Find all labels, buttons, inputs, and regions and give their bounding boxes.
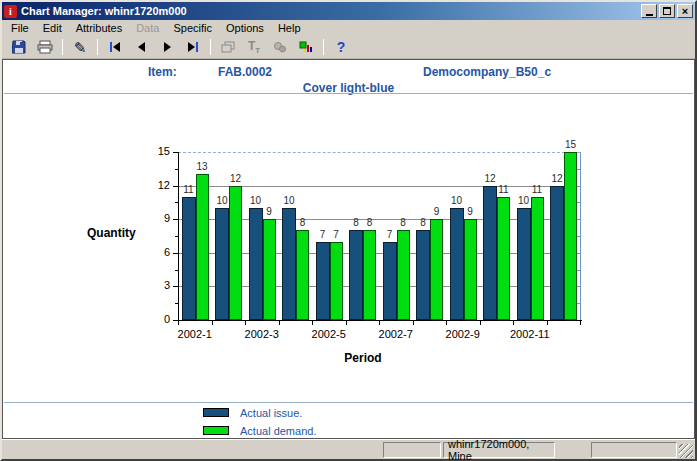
window-title: Chart Manager: whinr1720m000 (21, 5, 641, 17)
menu-attributes[interactable]: Attributes (69, 21, 129, 35)
y-tick-label-0: 0 (144, 313, 170, 325)
close-icon: × (682, 6, 688, 16)
x-tick (513, 321, 514, 325)
header-separator (4, 93, 693, 94)
maximize-button[interactable] (659, 4, 675, 18)
x-tick (312, 321, 313, 325)
toolbar-separator (62, 39, 63, 55)
item-label: Item: (148, 65, 177, 79)
objects-button (267, 37, 293, 57)
x-tick-label-2002-1: 2002-1 (165, 328, 225, 340)
y-minor-tick-right (577, 270, 580, 271)
last-record-button[interactable] (180, 37, 206, 57)
x-tick (547, 321, 548, 325)
x-tick-label-2002-9: 2002-9 (433, 328, 493, 340)
y-minor-tick-right (577, 169, 580, 170)
value-label-2002-3-s0: 10 (245, 195, 267, 206)
bar-2002-5-s0 (316, 242, 330, 320)
window-controls: × (641, 4, 693, 18)
previous-record-button[interactable] (128, 37, 154, 57)
legend-swatch-actual-issue (203, 408, 229, 417)
menu-data: Data (129, 21, 166, 35)
y-minor-tick-right (577, 236, 580, 237)
bar-2002-4-s1 (296, 230, 309, 320)
menu-help[interactable]: Help (271, 21, 308, 35)
cascade-windows-icon (221, 41, 236, 53)
help-icon: ? (337, 39, 346, 55)
x-tick (446, 321, 447, 325)
status-panel-3 (591, 442, 677, 458)
bar-2002-8-s0 (416, 230, 430, 320)
menu-options[interactable]: Options (219, 21, 271, 35)
bar-2002-9-s0 (450, 208, 464, 320)
menu-bar: File Edit Attributes Data Specific Optio… (2, 20, 695, 36)
edit-pencil-button[interactable]: ✎ (67, 37, 93, 57)
next-record-button[interactable] (154, 37, 180, 57)
legend-separator (4, 402, 693, 403)
company-name: Democompany_B50_c (423, 65, 551, 79)
bar-2002-6-s0 (349, 230, 363, 320)
bar-2002-3-s0 (249, 208, 263, 320)
title-bar[interactable]: i Chart Manager: whinr1720m000 × (2, 2, 695, 20)
bar-2002-8-s1 (430, 219, 443, 320)
close-button[interactable]: × (677, 4, 693, 18)
last-record-icon (188, 42, 198, 52)
x-tick (480, 321, 481, 325)
value-label-2002-5-s1: 7 (325, 229, 347, 240)
x-tick (178, 321, 179, 325)
x-tick-label-2002-5: 2002-5 (299, 328, 359, 340)
y-axis-title: Quantity (87, 226, 136, 240)
minimize-button[interactable] (641, 4, 657, 18)
x-tick (346, 321, 347, 325)
y-tick-label-6: 6 (144, 246, 170, 258)
print-button[interactable] (32, 37, 58, 57)
y-minor-tick-right (577, 202, 580, 203)
bar-2002-12-s1 (564, 152, 577, 320)
app-icon[interactable]: i (4, 5, 17, 18)
bar-2002-6-s1 (363, 230, 376, 320)
legend-swatch-actual-demand (203, 426, 229, 435)
value-label-2002-12-s1: 15 (560, 139, 582, 150)
x-axis-title: Period (333, 351, 393, 365)
y-axis-line (178, 152, 179, 321)
status-bar: whinr1720m000, Mine (2, 439, 695, 459)
chart-canvas: Item: FAB.0002 Democompany_B50_c Cover l… (2, 59, 695, 439)
text-attributes-button: TT (241, 37, 267, 57)
x-tick (245, 321, 246, 325)
value-label-2002-8-s1: 9 (426, 206, 448, 217)
toolbar: ✎ TT ? (2, 36, 695, 59)
print-icon (37, 40, 53, 54)
item-code: FAB.0002 (218, 65, 272, 79)
save-button[interactable] (6, 37, 32, 57)
help-button[interactable]: ? (328, 37, 354, 57)
menu-edit[interactable]: Edit (36, 21, 69, 35)
cascade-windows-button (215, 37, 241, 57)
x-tick (212, 321, 213, 325)
objects-icon (273, 42, 287, 53)
previous-record-icon (138, 42, 145, 52)
pencil-icon: ✎ (74, 40, 87, 55)
x-tick-label-2002-3: 2002-3 (232, 328, 292, 340)
value-label-2002-10-s0: 12 (479, 173, 501, 184)
bar-2002-9-s1 (464, 219, 477, 320)
x-tick (279, 321, 280, 325)
bar-2002-5-s1 (330, 242, 343, 320)
y-tick-label-15: 15 (144, 145, 170, 157)
bar-2002-7-s0 (383, 242, 397, 320)
status-panel-session: whinr1720m000, Mine (443, 442, 555, 458)
toolbar-separator (97, 39, 98, 55)
x-tick (379, 321, 380, 325)
menu-specific[interactable]: Specific (166, 21, 219, 35)
chart-colors-button[interactable] (293, 37, 319, 57)
bar-2002-2-s0 (215, 208, 229, 320)
resize-grip[interactable] (679, 444, 693, 458)
y-tick-label-12: 12 (144, 179, 170, 191)
first-record-button[interactable] (102, 37, 128, 57)
value-label-2002-6-s1: 8 (359, 217, 381, 228)
x-axis-line (178, 320, 582, 321)
bar-2002-11-s1 (531, 197, 544, 320)
menu-file[interactable]: File (4, 21, 36, 35)
chart-colors-icon (299, 41, 313, 53)
y-tick-label-9: 9 (144, 212, 170, 224)
bar-2002-10-s1 (497, 197, 510, 320)
